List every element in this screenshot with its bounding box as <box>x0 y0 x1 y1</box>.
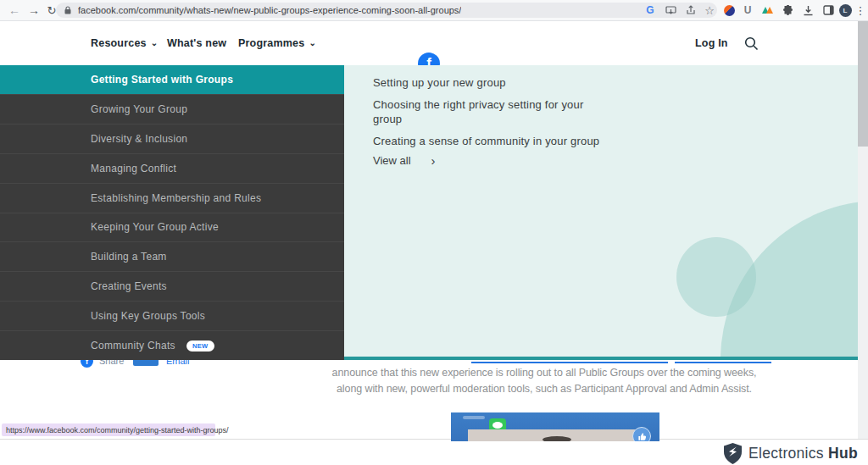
send-to-device-icon[interactable] <box>663 3 678 18</box>
article-paragraph-line-1: announce that this new experience is rol… <box>315 367 773 379</box>
watermark-name: Electronics <box>748 445 824 462</box>
login-button[interactable]: Log In <box>695 21 728 65</box>
clipped-link-underline[interactable] <box>675 362 771 363</box>
sidebar-item-creating-events[interactable]: Creating Events <box>0 271 344 301</box>
decorative-circle-small <box>676 237 756 317</box>
sidebar-item-growing-your-group[interactable]: Growing Your Group <box>0 94 344 124</box>
sidebar-item-getting-started[interactable]: Getting Started with Groups <box>0 65 344 94</box>
chevron-down-icon: ⌄ <box>151 38 159 47</box>
similarweb-extension-icon[interactable] <box>722 0 736 20</box>
panel-link-privacy-setting[interactable]: Choosing the right privacy setting for y… <box>373 97 602 126</box>
browser-toolbar: ← → ↻ facebook.com/community/whats-new/n… <box>0 0 868 21</box>
site-navbar: Resources ⌄ What's new Programmes ⌄ f Lo… <box>0 21 858 66</box>
panel-link-sense-of-community[interactable]: Creating a sense of community in your gr… <box>373 134 599 148</box>
search-icon[interactable] <box>744 21 759 65</box>
panel-link-setting-up[interactable]: Setting up your new group <box>373 75 506 90</box>
browser-window: ← → ↻ facebook.com/community/whats-new/n… <box>0 0 868 465</box>
browser-menu-dots-icon[interactable]: ⋮ <box>854 0 866 20</box>
bookmark-star-icon[interactable]: ☆ <box>702 3 717 18</box>
article-paragraph-line-2: along with new, powerful moderation tool… <box>315 383 773 395</box>
share-icon[interactable] <box>683 3 698 18</box>
menu-panel: Setting up your new group Choosing the r… <box>344 65 858 360</box>
forward-icon[interactable]: → <box>26 0 42 20</box>
extensions-puzzle-icon[interactable] <box>780 0 795 20</box>
sidebar-item-establishing-membership[interactable]: Establishing Membership and Rules <box>0 183 344 213</box>
sidebar-item-community-chats[interactable]: Community Chats NEW <box>0 330 344 360</box>
av-extension-icon[interactable] <box>760 0 775 20</box>
image-inner-panel <box>468 429 636 441</box>
nav-programmes[interactable]: Programmes ⌄ <box>238 21 316 65</box>
sidebar-item-managing-conflict[interactable]: Managing Conflict <box>0 153 344 183</box>
article-image <box>451 412 659 441</box>
chevron-right-icon: › <box>431 153 436 168</box>
profile-avatar[interactable]: L <box>837 0 853 20</box>
page-divider <box>0 439 868 440</box>
thumbs-up-icon <box>632 427 651 441</box>
clipped-link-underline[interactable] <box>471 362 668 363</box>
new-badge: NEW <box>186 340 214 352</box>
google-icon[interactable]: G <box>643 3 658 18</box>
mega-menu: Getting Started with Groups Growing Your… <box>0 65 858 360</box>
status-bar-url: https://www.facebook.com/community/getti… <box>2 423 215 436</box>
sidebar-toggle-icon[interactable] <box>821 0 836 20</box>
back-icon[interactable]: ← <box>7 0 22 20</box>
sidebar-item-building-a-team[interactable]: Building a Team <box>0 241 344 271</box>
shield-logo-icon <box>724 443 742 464</box>
ubersuggest-extension-icon[interactable]: U <box>741 0 754 20</box>
watermark-bold: Hub <box>828 445 858 462</box>
sidebar-item-keeping-group-active[interactable]: Keeping Your Group Active <box>0 213 344 242</box>
view-all-link[interactable]: View all › <box>373 153 436 168</box>
nav-whats-new[interactable]: What's new <box>167 21 226 65</box>
chevron-down-icon: ⌄ <box>309 38 316 47</box>
lock-icon <box>64 6 71 14</box>
url-text: facebook.com/community/whats-new/new-pub… <box>78 5 461 15</box>
sidebar-item-using-key-groups-tools[interactable]: Using Key Groups Tools <box>0 301 344 330</box>
menu-sidebar: Getting Started with Groups Growing Your… <box>0 65 344 360</box>
address-bar[interactable]: facebook.com/community/whats-new/new-pub… <box>56 3 717 18</box>
image-figure <box>542 436 571 441</box>
image-blurred-text <box>463 416 485 419</box>
electronics-hub-watermark: Electronics Hub <box>724 443 858 464</box>
scrollbar-thumb[interactable] <box>858 21 868 147</box>
download-icon[interactable] <box>800 0 815 20</box>
sidebar-item-diversity-inclusion[interactable]: Diversity & Inclusion <box>0 124 344 153</box>
nav-resources[interactable]: Resources ⌄ <box>91 21 158 65</box>
